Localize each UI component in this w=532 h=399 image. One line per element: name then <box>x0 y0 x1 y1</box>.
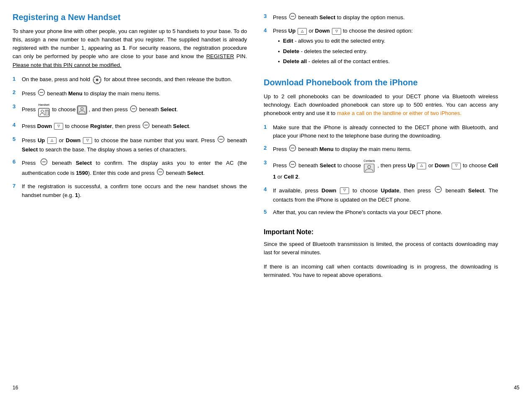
right-step-3: 3 Press beneath Select to display the op… <box>264 13 498 23</box>
left-step-2: 2 Press beneath Menu to display the main… <box>13 89 247 99</box>
menu-button-icon <box>38 89 45 99</box>
section2-intro: Up to 2 cell phonebooks can be downloade… <box>264 92 498 118</box>
svg-line-7 <box>99 82 100 83</box>
up-arrow-icon: △ <box>47 137 57 144</box>
s2-step-1: 1 Make sure that the iPhone is already c… <box>264 123 498 140</box>
page-number-right: 45 <box>514 385 519 391</box>
important-note-text1: Since the speed of Bluetooth transmissio… <box>264 240 498 257</box>
contacts-icon: Contacts <box>363 159 375 173</box>
phonebook-icon <box>77 105 87 115</box>
up-arrow-r4: △ <box>298 28 307 35</box>
up-arrow-s3: △ <box>417 163 426 169</box>
left-step-5: 5 Press Up △ or Down ▽ to choose the bas… <box>13 136 247 154</box>
menu-button-s2 <box>289 144 296 154</box>
handset-nav-icon: Handset <box>38 103 50 117</box>
select-button-s3 <box>289 161 296 171</box>
left-step-7: 7 If the registration is successful, a c… <box>13 182 247 199</box>
important-note-text2: If there is an incoming call when contac… <box>264 263 498 279</box>
s2-step-4: 4 If available, press Down ▽ to choose U… <box>264 186 498 204</box>
section2-title: Download Phonebook from the iPhone <box>264 78 498 87</box>
select-button-icon2 <box>142 121 150 131</box>
down-arrow-s4: ▽ <box>340 187 349 194</box>
down-arrow-s3: ▽ <box>452 163 461 169</box>
page-wrapper: Registering a New Handset To share your … <box>0 0 532 399</box>
s2-step-3: 3 Press beneath Select to choose <box>264 159 498 182</box>
select-button-r3 <box>289 13 296 23</box>
options-list: • Edit - allows you to edit the selected… <box>278 37 498 66</box>
select-button-icon4 <box>40 158 48 168</box>
left-column: Registering a New Handset To share your … <box>13 13 247 386</box>
option-edit: • Edit - allows you to edit the selected… <box>278 37 498 46</box>
option-delete-all: • Delete all - deletes all of the contac… <box>278 57 498 66</box>
right-column: 3 Press beneath Select to display the op… <box>264 13 498 386</box>
left-section-title: Registering a New Handset <box>13 13 247 22</box>
right-step-4: 4 Press Up △ or Down ▽ to choose the des… <box>264 27 498 68</box>
s2-step-5: 5 After that, you can review the iPhone'… <box>264 208 498 217</box>
select-button-icon <box>130 105 137 115</box>
left-step-4: 4 Press Down ▽ to choose Register, then … <box>13 121 247 131</box>
s2-step-2: 2 Press beneath Menu to display the main… <box>264 144 498 154</box>
select-button-icon3 <box>217 136 225 146</box>
svg-point-13 <box>41 110 44 113</box>
down-arrow-r4: ▽ <box>332 28 341 35</box>
page-number-left: 16 <box>13 385 18 391</box>
left-step-6: 6 Press beneath Select to confirm. The d… <box>13 158 247 178</box>
down-arrow-icon: ▽ <box>54 123 63 130</box>
left-steps-list: 1 On the base, press and hold <box>13 75 247 200</box>
svg-line-9 <box>94 82 95 83</box>
important-note-title: Important Note: <box>264 228 498 236</box>
select-button-s4 <box>434 186 442 196</box>
section2-steps-list: 1 Make sure that the iPhone is already c… <box>264 123 498 217</box>
option-delete: • Delete - deletes the selected entry. <box>278 47 498 56</box>
left-step-3: 3 Press Handset <box>13 103 247 117</box>
page-container: Registering a New Handset To share your … <box>0 0 532 399</box>
select-button-icon5 <box>157 168 164 178</box>
down-arrow-icon2: ▽ <box>83 137 92 144</box>
right-steps-continued: 3 Press beneath Select to display the op… <box>264 13 498 68</box>
download-phonebook-section: Download Phonebook from the iPhone Up to… <box>264 78 498 280</box>
left-intro: To share your phone line with other peop… <box>13 27 247 69</box>
svg-line-8 <box>99 77 100 78</box>
base-button-icon <box>93 75 102 84</box>
left-step-1: 1 On the base, press and hold <box>13 75 247 84</box>
svg-line-6 <box>94 77 95 78</box>
important-note-section: Important Note: Since the speed of Bluet… <box>264 228 498 280</box>
svg-point-1 <box>96 79 98 81</box>
